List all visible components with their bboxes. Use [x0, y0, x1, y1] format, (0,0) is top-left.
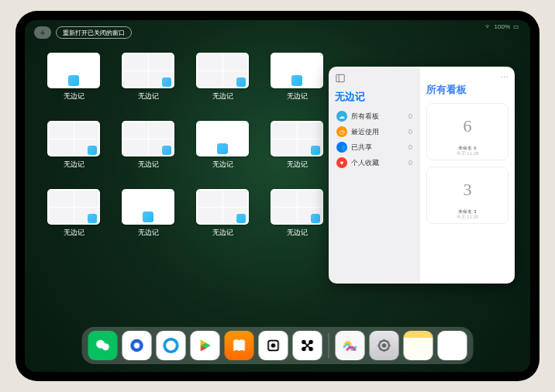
app-window-tile[interactable]: 无边记 [118, 189, 178, 246]
app-thumbnail [196, 53, 249, 88]
app-window-tile[interactable]: 无边记 [267, 189, 327, 246]
app-thumbnail [271, 53, 323, 88]
app-label: 无边记 [287, 228, 308, 238]
dice-icon[interactable] [259, 331, 288, 360]
app-window-tile[interactable]: 无边记 [118, 121, 178, 178]
ipad-frame: ᯤ 100% ▭ + 重新打开已关闭的窗口 无边记无边记无边记无边记无边记无边记… [16, 11, 539, 381]
app-window-tile[interactable]: 无边记 [43, 189, 104, 246]
app-window-tile[interactable]: 无边记 [43, 53, 104, 110]
app-label: 无边记 [138, 91, 159, 101]
app-label: 无边记 [138, 228, 159, 238]
board-meta: 未命名 6今天 11:28 [457, 146, 479, 156]
app-thumbnail [47, 53, 100, 88]
freeform-icon[interactable] [336, 331, 365, 360]
app-label: 无边记 [212, 228, 233, 238]
freeform-panel: 无边记 ☁所有看板0◷最近使用0👥已共享0♥个人收藏0 ⋯ 所有看板 6未命名 … [329, 67, 515, 284]
svg-rect-0 [336, 74, 345, 81]
app-window-tile[interactable]: 无边记 [267, 121, 327, 178]
play-icon[interactable] [191, 331, 220, 360]
app-window-tile[interactable]: 无边记 [192, 53, 253, 110]
app-switcher-grid: 无边记无边记无边记无边记无边记无边记无边记无边记无边记无边记无边记无边记 [43, 53, 327, 246]
sidebar-toggle-icon[interactable] [335, 73, 346, 84]
svg-point-5 [134, 342, 140, 348]
recent-apps-icon[interactable] [438, 331, 467, 360]
sidebar-item-label: 所有看板 [351, 112, 379, 122]
top-controls: + 重新打开已关闭的窗口 [34, 26, 132, 39]
board-card[interactable]: 3未命名 3今天 11:25 [426, 167, 508, 224]
app-label: 无边记 [287, 160, 308, 170]
reopen-closed-window-button[interactable]: 重新打开已关闭的窗口 [56, 26, 132, 39]
app-thumbnail [47, 121, 100, 156]
app-label: 无边记 [64, 91, 84, 101]
sidebar-item-clock[interactable]: ◷最近使用0 [335, 124, 414, 139]
board-meta: 未命名 3今天 11:25 [457, 209, 479, 220]
settings-icon[interactable] [370, 331, 399, 360]
app-thumbnail [196, 189, 249, 225]
app-label: 无边记 [212, 160, 233, 170]
wifi-icon: ᯤ [485, 23, 491, 30]
app-label: 无边记 [287, 91, 308, 101]
app-window-tile[interactable]: 无边记 [267, 53, 327, 110]
board-preview: 3 [464, 170, 472, 209]
app-thumbnail [47, 189, 100, 225]
app-label: 无边记 [212, 91, 233, 101]
app-label: 无边记 [138, 160, 159, 170]
clock-icon: ◷ [336, 126, 347, 137]
status-bar: ᯤ 100% ▭ [485, 23, 519, 30]
sidebar-item-cloud[interactable]: ☁所有看板0 [335, 108, 414, 124]
app-window-tile[interactable]: 无边记 [192, 189, 253, 246]
svg-point-8 [272, 344, 275, 347]
more-icon[interactable]: ⋯ [426, 73, 508, 81]
cloud-icon: ☁ [336, 111, 347, 122]
app-thumbnail [271, 189, 323, 225]
connect-icon[interactable] [293, 331, 322, 360]
notes-icon[interactable] [404, 331, 433, 360]
svg-point-6 [164, 339, 178, 352]
svg-point-3 [102, 343, 109, 350]
sidebar-item-people[interactable]: 👥已共享0 [335, 139, 414, 155]
app-thumbnail [196, 121, 249, 156]
qq-browser-icon[interactable] [157, 331, 186, 360]
sidebar-item-count: 0 [408, 159, 412, 167]
app-window-tile[interactable]: 无边记 [118, 53, 178, 110]
dock [82, 327, 474, 364]
panel-left-title: 无边记 [335, 90, 414, 104]
sidebar-item-label: 最近使用 [351, 127, 379, 137]
battery-label: 100% [495, 23, 510, 30]
app-window-tile[interactable]: 无边记 [43, 121, 104, 178]
board-card[interactable]: 6未命名 6今天 11:28 [426, 103, 508, 160]
sidebar-item-count: 0 [408, 143, 412, 151]
sidebar-item-label: 个人收藏 [351, 158, 379, 168]
new-window-button[interactable]: + [34, 26, 51, 39]
wechat-icon[interactable] [88, 331, 118, 360]
app-thumbnail [122, 53, 174, 88]
dock-separator [329, 333, 329, 358]
app-thumbnail [122, 121, 174, 156]
sidebar-item-heart[interactable]: ♥个人收藏0 [335, 155, 414, 170]
sidebar-item-count: 0 [408, 112, 412, 120]
heart-icon: ♥ [336, 157, 347, 168]
panel-content: ⋯ 所有看板 6未命名 6今天 11:283未命名 3今天 11:25 [420, 67, 515, 284]
sidebar-item-count: 0 [408, 128, 412, 136]
people-icon: 👥 [336, 142, 347, 153]
panel-sidebar: 无边记 ☁所有看板0◷最近使用0👥已共享0♥个人收藏0 [329, 67, 420, 284]
app-window-tile[interactable]: 无边记 [192, 121, 253, 178]
app-thumbnail [122, 189, 174, 225]
svg-point-15 [382, 343, 387, 348]
board-preview: 6 [464, 107, 472, 146]
battery-icon: ▭ [513, 23, 519, 30]
panel-right-title: 所有看板 [426, 83, 508, 97]
app-thumbnail [271, 121, 323, 156]
books-icon[interactable] [225, 331, 254, 360]
app-label: 无边记 [64, 228, 84, 238]
screen: ᯤ 100% ▭ + 重新打开已关闭的窗口 无边记无边记无边记无边记无边记无边记… [25, 20, 530, 372]
sidebar-item-label: 已共享 [351, 143, 372, 153]
uc-browser-icon[interactable] [122, 331, 152, 360]
app-label: 无边记 [64, 160, 84, 170]
